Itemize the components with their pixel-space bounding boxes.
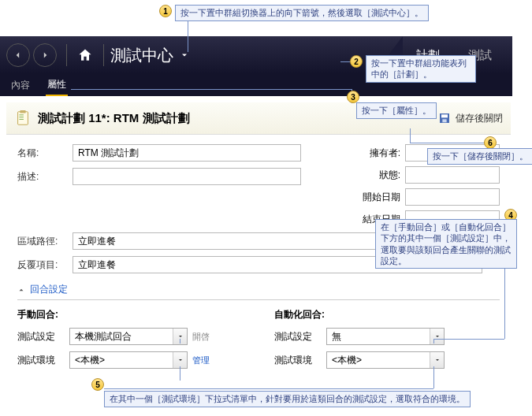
state-input[interactable] <box>405 166 500 184</box>
auto-run-heading: 自動化回合: <box>274 308 500 321</box>
annotation-3-text: 按一下［屬性］。 <box>356 102 437 119</box>
manual-env-combo[interactable]: <本機> <box>69 351 188 369</box>
annotation-2-badge: 2 <box>350 55 363 68</box>
auto-setting-combo[interactable]: 無 <box>326 328 445 345</box>
subtab-content[interactable]: 內容 <box>9 76 32 95</box>
save-and-close-button[interactable]: 儲存後關閉 <box>438 112 503 125</box>
chevron-down-icon[interactable] <box>430 352 444 368</box>
desc-input[interactable] <box>73 168 301 185</box>
svg-rect-0 <box>18 112 28 125</box>
home-button[interactable] <box>73 43 97 67</box>
save-and-close-label: 儲存後關閉 <box>456 112 503 125</box>
annotation-1-text: 按一下置中群組切換器上的向下箭號，然後選取［測試中心］。 <box>175 5 429 21</box>
save-icon <box>438 112 451 124</box>
start-label: 開始日期 <box>361 191 400 204</box>
manual-setting-value: 本機測試回合 <box>70 330 173 344</box>
annotation-3-badge: 3 <box>347 91 359 103</box>
area-label: 區域路徑: <box>17 235 73 248</box>
annotation-6-badge: 6 <box>484 136 497 149</box>
manual-env-value: <本機> <box>70 354 173 367</box>
svg-rect-1 <box>20 110 25 113</box>
owner-label: 擁有者: <box>361 147 400 160</box>
svg-rect-2 <box>19 114 24 115</box>
annotation-5-text: 在其中一個［測試環境］下拉式清單中，針對要用於這類回合的測試設定，選取符合的環境… <box>104 391 471 407</box>
auto-env-combo[interactable]: <本機> <box>326 351 445 369</box>
clipboard-icon <box>14 109 32 128</box>
svg-rect-6 <box>441 114 448 117</box>
auto-setting-value: 無 <box>327 330 430 344</box>
svg-rect-3 <box>19 117 24 117</box>
name-label: 名稱: <box>17 147 73 160</box>
svg-rect-7 <box>442 119 446 122</box>
manual-setting-label: 測試設定 <box>17 330 65 344</box>
subtab-properties[interactable]: 屬性 <box>46 75 68 96</box>
run-settings-toggle[interactable]: 回合設定 <box>17 283 500 300</box>
collapse-icon <box>17 286 25 294</box>
manual-setting-combo[interactable]: 本機測試回合 <box>69 328 188 345</box>
back-button[interactable] <box>6 43 30 67</box>
manual-env-label: 測試環境 <box>17 354 65 367</box>
desc-label: 描述: <box>17 170 73 184</box>
name-input[interactable] <box>73 144 301 162</box>
annotation-5-badge: 5 <box>91 378 104 391</box>
manual-run-heading: 手動回合: <box>17 308 243 321</box>
hub-title: 測試中心 <box>110 45 173 66</box>
annotation-1-badge: 1 <box>159 5 172 17</box>
chevron-down-icon[interactable] <box>173 352 187 368</box>
svg-rect-4 <box>19 119 24 120</box>
open-link: 開啓 <box>192 331 210 343</box>
annotation-4-text: 在［手動回合］或［自動化回合］下方的其中一個［測試設定］中，選取要與該類回合產生… <box>375 219 517 269</box>
start-input[interactable] <box>405 188 500 206</box>
forward-button[interactable] <box>33 43 57 67</box>
auto-setting-label: 測試設定 <box>274 330 322 344</box>
auto-env-label: 測試環境 <box>274 354 322 367</box>
state-label: 狀態: <box>361 169 400 182</box>
auto-env-value: <本機> <box>327 354 430 367</box>
annotation-6-text: 按一下［儲存後關閉］。 <box>427 148 532 165</box>
chevron-down-icon[interactable] <box>430 329 444 344</box>
manage-link[interactable]: 管理 <box>192 355 210 366</box>
run-settings-label: 回合設定 <box>30 283 68 296</box>
iteration-label: 反覆項目: <box>17 258 73 272</box>
annotation-2-text: 按一下置中群組功能表列中的［計劃］。 <box>366 55 476 83</box>
